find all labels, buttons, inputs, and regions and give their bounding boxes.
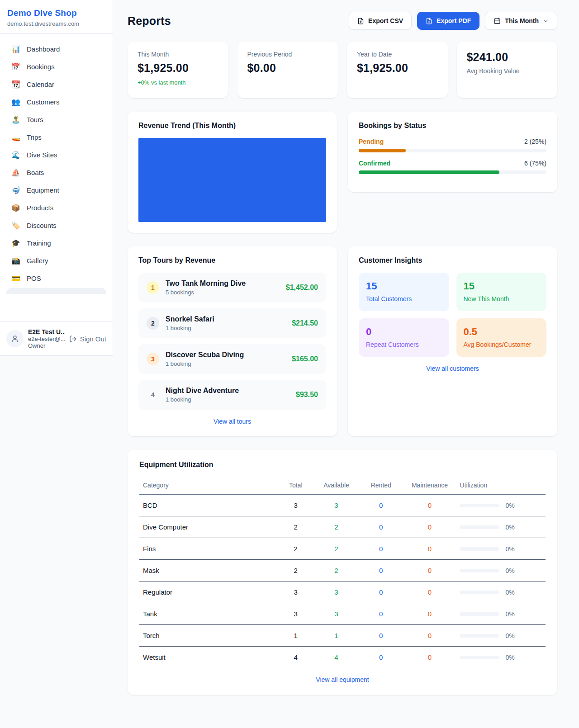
tour-bookings: 5 bookings (166, 289, 246, 296)
period-selector[interactable]: This Month (485, 12, 557, 30)
sidebar-item-customers[interactable]: 👥Customers (5, 93, 108, 111)
bookings-by-status-title: Bookings by Status (359, 122, 546, 130)
tour-name: Discover Scuba Diving (166, 351, 244, 359)
table-row: Regulator 3 3 0 0 0% (139, 581, 546, 603)
status-label: Pending (359, 138, 384, 145)
sidebar-item-label: Boats (27, 169, 44, 176)
view-all-customers-link[interactable]: View all customers (359, 365, 546, 372)
utilization-track (460, 612, 499, 616)
bookings-by-status-card: Bookings by Status Pending 2 (25%) Confi… (348, 112, 557, 192)
utilization-cell: 0% (460, 502, 542, 509)
table-row: Tank 3 3 0 0 0% (139, 603, 546, 625)
cell-maintenance: 0 (403, 625, 456, 647)
tag-icon: 🏷️ (11, 221, 21, 230)
sidebar-item-label: Gallery (27, 257, 48, 265)
utilization-cell: 0% (460, 589, 542, 596)
tour-bookings: 1 booking (166, 396, 239, 403)
insight-value: 15 (366, 280, 442, 292)
main-content: Reports Export CSV Export PDF This Month… (113, 0, 579, 722)
sidebar-item-products[interactable]: 📦Products (5, 199, 108, 217)
utilization-cell: 0% (460, 654, 542, 661)
sidebar-item-bookings[interactable]: 📅Bookings (5, 58, 108, 76)
table-row: Fins 2 2 0 0 0% (139, 538, 546, 560)
insight-value: 0 (366, 326, 442, 338)
utilization-track (460, 656, 499, 659)
top-tours-title: Top Tours by Revenue (138, 256, 326, 265)
equipment-table: Category Total Available Rented Maintena… (139, 477, 546, 668)
col-header-utilization: Utilization (456, 477, 546, 495)
export-pdf-button[interactable]: Export PDF (417, 12, 479, 30)
sidebar: Demo Dive Shop demo.test.divestreams.com… (0, 0, 113, 356)
sidebar-item-training[interactable]: 🎓Training (5, 234, 108, 252)
stat-delta: +0% vs last month (138, 79, 218, 86)
stats-row: This Month $1,925.00 +0% vs last month P… (128, 42, 557, 98)
sidebar-nav: 📊Dashboard 📅Bookings 📆Calendar 👥Customer… (0, 34, 113, 321)
sidebar-item-boats[interactable]: ⛵Boats (5, 164, 108, 181)
cell-rented: 0 (359, 516, 403, 538)
cell-rented: 0 (359, 647, 403, 668)
cell-total: 3 (277, 495, 314, 516)
sidebar-item-label: Dashboard (27, 45, 60, 53)
sidebar-item-dashboard[interactable]: 📊Dashboard (5, 40, 108, 58)
tour-name: Two Tank Morning Dive (166, 279, 246, 288)
export-csv-button[interactable]: Export CSV (349, 12, 412, 30)
tour-amount: $214.50 (292, 319, 318, 327)
dive-mask-icon: 🤿 (11, 186, 21, 194)
user-email: e2e-tester@... (28, 336, 65, 342)
progress-fill (359, 170, 499, 174)
top-tours-card: Top Tours by Revenue 1 Two Tank Morning … (128, 246, 337, 436)
sign-out-button[interactable]: Sign Out (69, 335, 106, 343)
cell-total: 4 (277, 647, 314, 668)
tour-amount: $165.00 (292, 355, 318, 363)
cell-category: Mask (139, 560, 277, 581)
sidebar-item-label: Training (27, 239, 51, 247)
sidebar-item-discounts[interactable]: 🏷️Discounts (5, 217, 108, 234)
status-label: Confirmed (359, 160, 390, 167)
island-icon: 🏝️ (11, 115, 21, 124)
sidebar-item-equipment[interactable]: 🤿Equipment (5, 181, 108, 199)
utilization-percent: 0% (505, 524, 514, 531)
cell-total: 2 (277, 538, 314, 560)
utilization-percent: 0% (505, 589, 514, 596)
export-pdf-label: Export PDF (437, 17, 471, 24)
sidebar-item-label: Calendar (27, 80, 54, 88)
sidebar-item-label: Tours (27, 116, 43, 123)
tour-bookings: 1 booking (166, 360, 244, 367)
sidebar-item-partial[interactable] (6, 288, 106, 294)
view-all-tours-link[interactable]: View all tours (138, 418, 326, 425)
sidebar-item-gallery[interactable]: 📸Gallery (5, 252, 108, 269)
stat-label: This Month (138, 51, 218, 58)
insight-tile-total-customers: 15 Total Customers (359, 273, 449, 311)
cell-total: 1 (277, 625, 314, 647)
utilization-cell: 0% (460, 545, 542, 553)
utilization-track (460, 525, 499, 529)
revenue-trend-chart (138, 138, 326, 222)
equipment-utilization-title: Equipment Utilization (139, 461, 546, 469)
cell-category: Regulator (139, 581, 277, 603)
sidebar-item-dive-sites[interactable]: 🌊Dive Sites (5, 146, 108, 164)
stat-label: Avg Booking Value (467, 67, 548, 75)
charts-row: Revenue Trend (This Month) Bookings by S… (128, 112, 557, 233)
file-download-icon (426, 18, 432, 24)
cell-total: 3 (277, 603, 314, 625)
sidebar-item-tours[interactable]: 🏝️Tours (5, 111, 108, 128)
insight-tile-repeat-customers: 0 Repeat Customers (359, 318, 449, 357)
utilization-percent: 0% (505, 502, 514, 509)
cell-available: 4 (314, 647, 359, 668)
sidebar-item-pos[interactable]: 💳POS (5, 269, 108, 287)
cell-category: Torch (139, 625, 277, 647)
sign-out-label: Sign Out (80, 335, 106, 343)
cell-rented: 0 (359, 538, 403, 560)
sidebar-item-calendar[interactable]: 📆Calendar (5, 76, 108, 93)
utilization-percent: 0% (505, 567, 514, 574)
table-row: Torch 1 1 0 0 0% (139, 625, 546, 647)
utilization-cell: 0% (460, 610, 542, 618)
view-all-equipment-link[interactable]: View all equipment (139, 676, 546, 683)
sidebar-item-trips[interactable]: 🚤Trips (5, 128, 108, 146)
revenue-trend-card: Revenue Trend (This Month) (128, 112, 337, 233)
cell-total: 3 (277, 581, 314, 603)
utilization-percent: 0% (505, 632, 514, 639)
cell-rented: 0 (359, 560, 403, 581)
sidebar-item-label: Trips (27, 133, 42, 141)
revenue-trend-title: Revenue Trend (This Month) (138, 122, 326, 130)
